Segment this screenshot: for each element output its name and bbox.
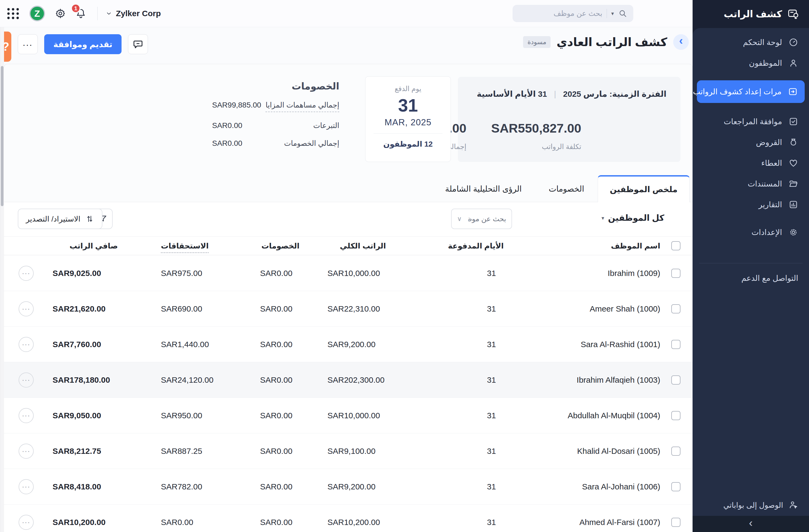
row-checkbox[interactable] bbox=[671, 518, 681, 527]
deduction-row: التبرعات SAR0.00 bbox=[212, 121, 339, 130]
employee-name[interactable]: Sara Al-Rashid (1001) bbox=[520, 340, 667, 349]
payday-employee-count: 12 الموظفون bbox=[365, 140, 451, 149]
status-badge: مسودة bbox=[523, 36, 551, 48]
org-logo[interactable]: Z bbox=[29, 6, 45, 21]
employee-name[interactable]: Khalid Al-Dosari (1005) bbox=[520, 447, 667, 456]
select-all-checkbox[interactable] bbox=[671, 241, 681, 251]
col-deductions[interactable]: الخصومات bbox=[256, 241, 324, 251]
employee-name[interactable]: Sara Al-Johani (1006) bbox=[520, 482, 667, 491]
employee-name[interactable]: Ibrahim (1009) bbox=[520, 269, 667, 278]
tab-employee-summary[interactable]: ملخص الموظفين bbox=[598, 175, 690, 202]
chevron-icon: › bbox=[679, 34, 683, 47]
row-checkbox[interactable] bbox=[671, 304, 681, 313]
chevron-down-icon: ∨ bbox=[457, 215, 462, 223]
settings-gear-icon bbox=[789, 227, 798, 237]
app-header: كشف الراتب bbox=[693, 0, 809, 28]
pay-runs-icon bbox=[788, 87, 798, 97]
sidebar-item-loans[interactable]: القروض bbox=[693, 132, 809, 153]
table-row: Ibrahim (1009) 31 SAR10,000.00 SAR0.00 S… bbox=[4, 256, 692, 291]
apps-grid-icon[interactable] bbox=[7, 8, 19, 19]
notification-count-badge: 1 bbox=[71, 3, 81, 13]
row-checkbox[interactable] bbox=[671, 482, 681, 491]
table-row-highlighted: Ibrahim Alfaqieh (1003) 31 SAR202,300.00… bbox=[4, 362, 692, 398]
table-search-input[interactable] bbox=[468, 215, 506, 223]
giving-heart-icon bbox=[789, 158, 798, 168]
loans-icon bbox=[789, 137, 798, 147]
deductions-title: الخصومات bbox=[212, 81, 339, 92]
payday-label: يوم الدفع bbox=[365, 85, 451, 93]
row-actions-button[interactable]: ... bbox=[19, 444, 34, 459]
row-checkbox[interactable] bbox=[671, 340, 681, 349]
period-summary-card: الفترة الزمنية: مارس 2025 | 31 الأيام ال… bbox=[458, 77, 681, 162]
more-icon: ... bbox=[23, 37, 33, 48]
sidebar-item-giving[interactable]: العطاء bbox=[693, 153, 809, 173]
more-actions-button[interactable]: ... bbox=[18, 34, 38, 54]
dashboard-icon bbox=[789, 37, 798, 47]
sidebar-item-approvals[interactable]: موافقة المراجعات bbox=[693, 111, 809, 132]
row-actions-button[interactable]: ... bbox=[19, 515, 34, 530]
payday-day: 31 bbox=[365, 95, 451, 116]
employee-search-bar[interactable]: ▾ bbox=[513, 5, 633, 22]
employee-name[interactable]: Abdullah Al-Muqbil (1004) bbox=[520, 411, 667, 420]
employee-name[interactable]: Ameer Shah (1000) bbox=[520, 304, 667, 313]
contact-support-link[interactable]: التواصل مع الدعم bbox=[693, 268, 809, 288]
row-actions-button[interactable]: ... bbox=[19, 408, 34, 423]
sidebar-item-settings[interactable]: الإعدادات bbox=[693, 222, 809, 243]
employee-name[interactable]: Ahmed Al-Farsi (1007) bbox=[520, 518, 667, 527]
sidebar-collapse-button[interactable]: › bbox=[693, 516, 809, 532]
table-row: Sara Al-Rashid (1001) 31 SAR9,200.00 SAR… bbox=[4, 327, 692, 362]
reports-icon bbox=[789, 200, 798, 209]
search-scope-caret-icon[interactable]: ▾ bbox=[611, 10, 614, 17]
back-button[interactable]: › bbox=[673, 34, 689, 50]
row-actions-button[interactable]: ... bbox=[19, 301, 34, 316]
sidebar-item-reports[interactable]: التقارير bbox=[693, 194, 809, 215]
gear-icon[interactable] bbox=[55, 8, 66, 19]
col-paid-days[interactable]: الأيام المدفوعة bbox=[483, 241, 520, 251]
scrollbar-thumb[interactable] bbox=[1, 66, 3, 206]
notifications-bell-icon[interactable]: 1 bbox=[75, 8, 86, 19]
comments-button[interactable] bbox=[128, 34, 148, 54]
chevron-right-icon: › bbox=[749, 517, 753, 529]
sidebar: كشف الراتب لوحة التحكم الموظفون مرات إعد… bbox=[693, 0, 809, 532]
table-header-row: اسم الموظف الأيام المدفوعة الراتب الكلي … bbox=[4, 236, 692, 255]
comment-icon bbox=[133, 39, 143, 50]
row-checkbox[interactable] bbox=[671, 269, 681, 278]
row-actions-button[interactable]: ... bbox=[19, 373, 34, 388]
row-actions-button[interactable]: ... bbox=[19, 479, 34, 494]
topbar: Z 1 Zylker Corp ▾ bbox=[0, 0, 693, 27]
tab-deductions[interactable]: الخصومات bbox=[535, 175, 598, 202]
org-switcher[interactable]: Zylker Corp bbox=[106, 9, 161, 18]
sidebar-item-employees[interactable]: الموظفون bbox=[693, 53, 809, 73]
sidebar-item-dashboard[interactable]: لوحة التحكم bbox=[693, 32, 809, 53]
employee-name[interactable]: Ibrahim Alfaqieh (1003) bbox=[520, 375, 667, 384]
table-search-box[interactable]: ∨ bbox=[451, 209, 512, 229]
tab-overall-insights[interactable]: الرؤى التحليلية الشاملة bbox=[432, 175, 535, 202]
table-row: Abdullah Al-Muqbil (1004) 31 SAR10,000.0… bbox=[4, 398, 692, 433]
search-input[interactable] bbox=[518, 10, 602, 18]
import-export-button[interactable]: الاستيراد/ التصدير bbox=[18, 209, 102, 229]
import-export-icon bbox=[85, 214, 94, 223]
portal-access-link[interactable]: الوصول إلى بواباتي bbox=[693, 495, 809, 515]
page-header: › كشف الراتب العادي مسودة ... تقديم وموا… bbox=[0, 27, 693, 64]
sidebar-item-pay-runs[interactable]: مرات إعداد كشوف الرواتب bbox=[697, 80, 805, 103]
payroll-cost-stat: SAR550,827.00 تكلفة الرواتب bbox=[491, 121, 581, 151]
submit-approve-button[interactable]: تقديم وموافقة bbox=[44, 34, 122, 54]
col-benefits: الاستحقاقات bbox=[157, 241, 256, 251]
sidebar-nav: لوحة التحكم الموظفون مرات إعداد كشوف الر… bbox=[693, 28, 809, 532]
row-checkbox[interactable] bbox=[671, 375, 681, 384]
row-actions-button[interactable]: ... bbox=[19, 266, 34, 281]
row-checkbox[interactable] bbox=[671, 447, 681, 456]
col-employee-name[interactable]: اسم الموظف bbox=[520, 241, 667, 251]
tab-bar: ملخص الموظفين الخصومات الرؤى التحليلية ا… bbox=[432, 175, 690, 202]
row-checkbox[interactable] bbox=[671, 411, 681, 420]
vertical-scrollbar[interactable] bbox=[0, 27, 4, 532]
payday-date: MAR, 2025 bbox=[365, 117, 451, 127]
sidebar-item-documents[interactable]: المستندات bbox=[693, 173, 809, 194]
topbar-divider bbox=[97, 7, 98, 20]
employee-filter-dropdown[interactable]: كل الموظفين ▾ bbox=[602, 213, 664, 223]
col-gross-pay[interactable]: الراتب الكلي bbox=[324, 241, 483, 251]
row-actions-button[interactable]: ... bbox=[19, 337, 34, 352]
payday-card: يوم الدفع 31 MAR, 2025 12 الموظفون bbox=[365, 76, 451, 162]
col-net-pay[interactable]: صافي الراتب bbox=[49, 241, 157, 251]
table-row: Ameer Shah (1000) 31 SAR22,310.00 SAR0.0… bbox=[4, 291, 692, 327]
